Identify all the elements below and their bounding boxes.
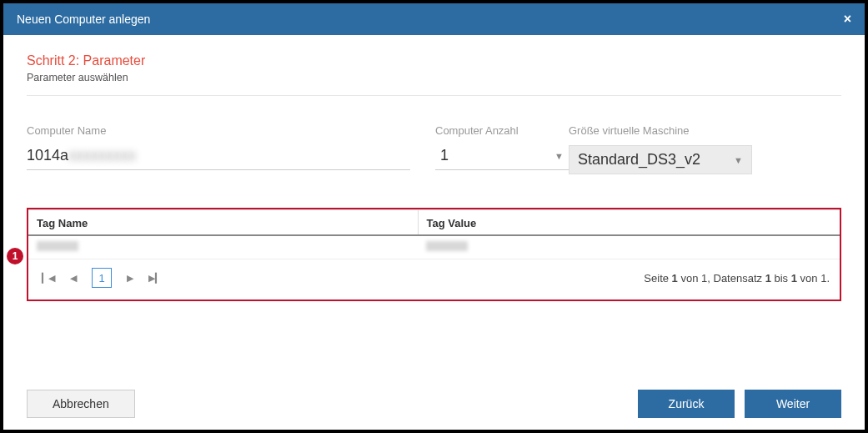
- redacted-cell: [426, 241, 468, 251]
- redacted-cell: [37, 241, 78, 251]
- field-vm-size: Größe virtuelle Maschine Standard_DS3_v2…: [569, 124, 752, 174]
- computer-name-input[interactable]: 1014axxxxxxxxx: [27, 145, 410, 170]
- dialog-body: Schritt 2: Parameter Parameter auswählen…: [3, 35, 865, 301]
- chevron-down-icon: ▼: [554, 151, 564, 161]
- step-title: Schritt 2: Parameter: [27, 53, 841, 68]
- fields-row: Computer Name 1014axxxxxxxxx Computer An…: [27, 124, 841, 174]
- computer-count-select[interactable]: 1 ▼: [435, 145, 569, 170]
- step-subtitle: Parameter auswählen: [27, 72, 841, 83]
- annotated-region: 1 Tag Name Tag Value: [27, 208, 841, 301]
- tags-table-container: Tag Name Tag Value ▎◀: [27, 208, 841, 301]
- next-button[interactable]: Weiter: [745, 390, 841, 418]
- dialog-title: Neuen Computer anlegen: [17, 13, 150, 26]
- pager-next-icon[interactable]: ▶: [127, 273, 133, 284]
- dialog-footer: Abbrechen Zurück Weiter: [3, 390, 865, 430]
- pager-prev-icon[interactable]: ◀: [70, 273, 77, 284]
- pager-first-icon[interactable]: ▎◀: [42, 273, 55, 284]
- field-computer-name: Computer Name 1014axxxxxxxxx: [27, 124, 435, 174]
- chevron-down-icon: ▼: [734, 155, 743, 165]
- close-icon[interactable]: ×: [844, 12, 851, 27]
- col-tag-name[interactable]: Tag Name: [28, 210, 418, 236]
- dialog-header: Neuen Computer anlegen ×: [3, 3, 865, 35]
- redacted-text: xxxxxxxxx: [68, 147, 136, 164]
- pager-info: Seite 1 von 1, Datensatz 1 bis 1 von 1.: [644, 272, 830, 284]
- tags-table: Tag Name Tag Value ▎◀: [28, 209, 840, 300]
- vm-size-label: Größe virtuelle Maschine: [569, 124, 752, 137]
- back-button[interactable]: Zurück: [638, 390, 735, 418]
- vm-size-select[interactable]: Standard_DS3_v2 ▼: [569, 145, 752, 174]
- cancel-button[interactable]: Abbrechen: [27, 390, 135, 418]
- annotation-badge: 1: [7, 248, 23, 264]
- vm-size-value: Standard_DS3_v2: [578, 151, 700, 169]
- col-tag-value[interactable]: Tag Value: [418, 210, 840, 236]
- computer-name-label: Computer Name: [27, 124, 435, 137]
- computer-count-label: Computer Anzahl: [435, 124, 569, 137]
- pager-row: ▎◀ ◀ 1 ▶ ▶▎ Seite 1 von 1, Datensatz 1 b…: [28, 259, 840, 300]
- computer-name-value: 1014a: [27, 147, 68, 164]
- pager-current-page[interactable]: 1: [92, 268, 112, 288]
- field-computer-count: Computer Anzahl 1 ▼: [435, 124, 569, 174]
- pager: ▎◀ ◀ 1 ▶ ▶▎ Seite 1 von 1, Datensatz 1 b…: [42, 268, 830, 288]
- table-row[interactable]: [28, 235, 840, 259]
- pager-last-icon[interactable]: ▶▎: [148, 273, 162, 284]
- dialog: Neuen Computer anlegen × Schritt 2: Para…: [3, 3, 865, 430]
- divider: [27, 95, 841, 96]
- computer-count-value: 1: [440, 147, 449, 164]
